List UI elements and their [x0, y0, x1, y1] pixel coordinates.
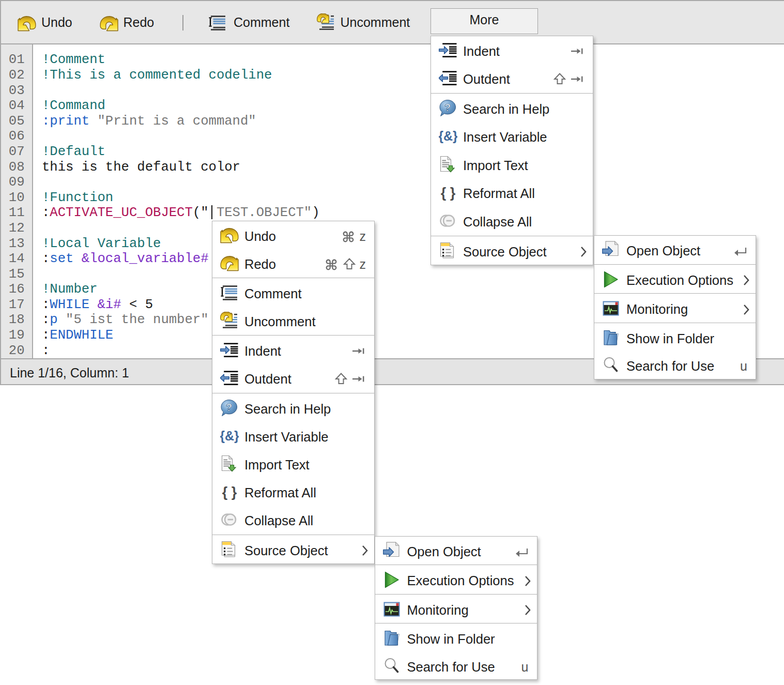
svg-text:{ }: { } — [222, 484, 237, 500]
svg-text:{&}: {&} — [220, 429, 239, 443]
svg-text:{&}: {&} — [439, 129, 457, 143]
svg-text:?: ? — [226, 401, 232, 413]
svg-text:{ }: { } — [441, 185, 456, 201]
svg-text:?: ? — [444, 101, 451, 113]
